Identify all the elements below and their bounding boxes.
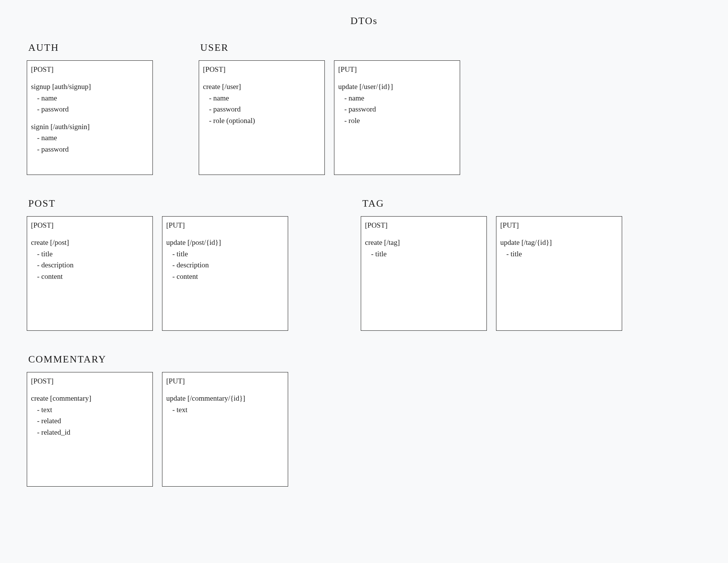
card-commentary-put: [PUT] update [/commentary/{id}] - text [162,372,288,487]
card-method: [POST] [31,64,149,75]
section-user-cards: [POST] create [/user] - name - password … [199,60,460,175]
card-method: [POST] [203,64,321,75]
op-post-update: update [/post/{id}] - title - descriptio… [166,237,284,282]
card-method: [POST] [31,220,149,231]
op-field: - description [31,259,149,270]
op-field: - name [31,132,149,143]
op-title: create [/user] [203,81,321,92]
op-field: - password [338,104,456,115]
card-method: [POST] [31,375,149,387]
op-tag-update: update [/tag/{id}] - title [500,237,618,259]
op-field: - name [338,92,456,104]
op-title: create [/post] [31,237,149,248]
op-user-create: create [/user] - name - password - role … [203,81,321,126]
card-post-post: [POST] create [/post] - title - descript… [27,216,153,331]
op-field: - title [31,248,149,259]
op-title: signin [/auth/signin] [31,121,149,132]
op-tag-create: create [/tag] - title [365,237,483,259]
op-field: - title [166,248,284,259]
op-field: - name [31,92,149,104]
row-auth-user: AUTH [POST] signup [auth/signup] - name … [23,42,705,175]
op-field: - text [31,404,149,415]
op-field: - password [31,144,149,155]
section-commentary-title: COMMENTARY [27,354,288,365]
op-field: - content [166,271,284,282]
op-title: update [/commentary/{id}] [166,393,284,404]
card-user-put: [PUT] update [/user/{id}] - name - passw… [334,60,460,175]
section-user: USER [POST] create [/user] - name - pass… [199,42,460,175]
op-field: - related [31,415,149,426]
section-auth: AUTH [POST] signup [auth/signup] - name … [27,42,153,175]
card-method: [PUT] [166,220,284,231]
op-signin: signin [/auth/signin] - name - password [31,121,149,155]
card-tag-post: [POST] create [/tag] - title [361,216,487,331]
op-title: update [/post/{id}] [166,237,284,248]
section-tag-cards: [POST] create [/tag] - title [PUT] updat… [361,216,622,331]
op-field: - related_id [31,427,149,438]
op-title: update [/tag/{id}] [500,237,618,248]
card-method: [PUT] [338,64,456,75]
sections-container: AUTH [POST] signup [auth/signup] - name … [23,42,705,487]
section-commentary-cards: [POST] create [commentary] - text - rela… [27,372,288,487]
op-field: - content [31,271,149,282]
op-field: - name [203,92,321,104]
card-user-post: [POST] create [/user] - name - password … [199,60,325,175]
op-post-create: create [/post] - title - description - c… [31,237,149,282]
section-post-cards: [POST] create [/post] - title - descript… [27,216,288,331]
page-title: DTOs [23,15,705,27]
card-method: [POST] [365,220,483,231]
card-commentary-post: [POST] create [commentary] - text - rela… [27,372,153,487]
card-auth-post: [POST] signup [auth/signup] - name - pas… [27,60,153,175]
op-field: - title [365,248,483,259]
op-title: update [/user/{id}] [338,81,456,92]
op-field: - description [166,259,284,270]
op-field: - password [203,104,321,115]
op-commentary-update: update [/commentary/{id}] - text [166,393,284,415]
op-commentary-create: create [commentary] - text - related - r… [31,393,149,438]
section-commentary: COMMENTARY [POST] create [commentary] - … [27,354,288,487]
card-method: [PUT] [166,375,284,387]
section-auth-cards: [POST] signup [auth/signup] - name - pas… [27,60,153,175]
section-tag-title: TAG [361,198,622,209]
row-post-tag: POST [POST] create [/post] - title - des… [23,198,705,331]
op-field: - title [500,248,618,259]
card-post-put: [PUT] update [/post/{id}] - title - desc… [162,216,288,331]
section-post-title: POST [27,198,288,209]
section-auth-title: AUTH [27,42,153,53]
card-method: [PUT] [500,220,618,231]
op-title: signup [auth/signup] [31,81,149,92]
section-post: POST [POST] create [/post] - title - des… [27,198,288,331]
row-commentary: COMMENTARY [POST] create [commentary] - … [23,354,705,487]
op-field: - role (optional) [203,115,321,126]
op-user-update: update [/user/{id}] - name - password - … [338,81,456,126]
op-field: - text [166,404,284,415]
op-title: create [commentary] [31,393,149,404]
op-signup: signup [auth/signup] - name - password [31,81,149,115]
section-tag: TAG [POST] create [/tag] - title [PUT] u… [361,198,622,331]
card-tag-put: [PUT] update [/tag/{id}] - title [496,216,622,331]
op-field: - role [338,115,456,126]
section-user-title: USER [199,42,460,53]
op-field: - password [31,104,149,115]
op-title: create [/tag] [365,237,483,248]
